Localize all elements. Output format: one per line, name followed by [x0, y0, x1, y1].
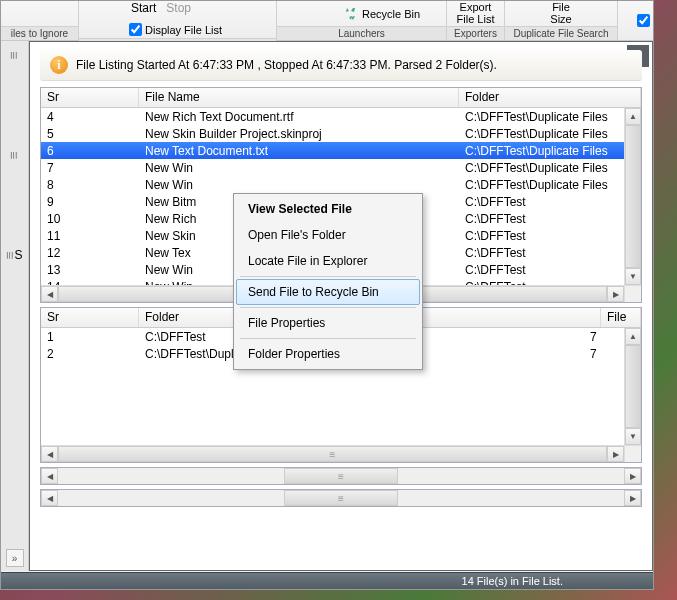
col-folder[interactable]: Folder [459, 88, 641, 107]
cell-sr: 1 [41, 330, 139, 344]
scroll-left-button[interactable]: ◀ [41, 468, 58, 484]
scroll-right-button[interactable]: ▶ [624, 468, 641, 484]
cell-filename: New Win [139, 178, 459, 192]
cm-view-selected-file[interactable]: View Selected File [236, 196, 420, 222]
horizontal-scrollbar[interactable]: ◀ ▶ [41, 468, 641, 484]
table-row[interactable]: 7New WinC:\DFFTest\Duplicate Files [41, 159, 624, 176]
recycle-bin-button[interactable]: Recycle Bin [341, 6, 422, 22]
export-label-2: File List [457, 13, 495, 25]
col-filename[interactable]: File Name [139, 88, 459, 107]
ribbon-group-dup: Duplicate File Search [505, 26, 617, 40]
cell-sr: 14 [41, 280, 139, 286]
col-file[interactable]: File [601, 308, 641, 327]
horizontal-scrollbar[interactable]: ◀ ▶ [41, 445, 641, 462]
scroll-left-button[interactable]: ◀ [41, 490, 58, 506]
vertical-scrollbar[interactable]: ▲ ▼ [624, 328, 641, 445]
display-file-list-checkbox[interactable]: Display File List [85, 21, 222, 38]
cell-folder: C:\DFFTest [459, 195, 624, 209]
main-panel: ✕ i File Listing Started At 6:47:33 PM ,… [29, 41, 653, 571]
recycle-icon [343, 6, 359, 22]
cell-filecount: 7 [584, 347, 624, 361]
cell-folder: C:\DFFTest [459, 280, 624, 286]
cell-sr: 2 [41, 347, 139, 361]
scroll-right-button[interactable]: ▶ [607, 446, 624, 462]
cm-open-files-folder[interactable]: Open File's Folder [236, 222, 420, 248]
trailing-checkbox-input[interactable] [637, 14, 650, 27]
horizontal-scrollbar[interactable]: ◀ ▶ [41, 490, 641, 506]
cell-filename: New Skin Builder Project.skinproj [139, 127, 459, 141]
info-bar: i File Listing Started At 6:47:33 PM , S… [40, 50, 642, 81]
scroll-thumb[interactable] [625, 125, 641, 268]
scroll-thumb[interactable] [58, 446, 607, 462]
scroll-up-button[interactable]: ▲ [625, 108, 641, 125]
cell-sr: 6 [41, 144, 139, 158]
cm-file-properties[interactable]: File Properties [236, 310, 420, 336]
table-row[interactable]: 5New Skin Builder Project.skinprojC:\DFF… [41, 125, 624, 142]
vertical-scrollbar[interactable]: ▲ ▼ [624, 108, 641, 285]
scroll-left-button[interactable]: ◀ [41, 446, 58, 462]
cell-sr: 8 [41, 178, 139, 192]
start-button[interactable]: Start [131, 1, 156, 15]
cell-sr: 12 [41, 246, 139, 260]
cell-filename: New Text Document.txt [139, 144, 459, 158]
cell-folder: C:\DFFTest\Duplicate Files [459, 144, 624, 158]
status-text: 14 File(s) in File List. [462, 575, 563, 587]
cell-filename: New Rich Text Document.rtf [139, 110, 459, 124]
file-size-label-2: Size [550, 13, 571, 25]
cm-separator [240, 307, 416, 308]
scroll-thumb[interactable] [625, 345, 641, 428]
ribbon-group-ignore: iles to Ignore [1, 26, 78, 40]
scroll-thumb[interactable] [284, 468, 397, 484]
display-file-list-label: Display File List [145, 24, 222, 36]
aux-grid-1: ◀ ▶ [40, 467, 642, 485]
scroll-right-button[interactable]: ▶ [607, 286, 624, 302]
export-file-list-button[interactable]: Export File List [455, 1, 497, 25]
cell-folder: C:\DFFTest [459, 212, 624, 226]
cm-locate-in-explorer[interactable]: Locate File in Explorer [236, 248, 420, 274]
file-size-button[interactable]: File Size [548, 1, 573, 25]
file-size-label-1: File [552, 1, 570, 13]
stop-button[interactable]: Stop [166, 1, 191, 15]
dock-handle-icon[interactable] [8, 145, 22, 165]
cell-folder: C:\DFFTest\Duplicate Files [459, 161, 624, 175]
ribbon-group-launchers: Launchers [277, 26, 446, 40]
status-bar: 14 File(s) in File List. [1, 572, 653, 589]
scroll-up-button[interactable]: ▲ [625, 328, 641, 345]
cell-sr: 13 [41, 263, 139, 277]
col-sr[interactable]: Sr [41, 308, 139, 327]
scroll-left-button[interactable]: ◀ [41, 286, 58, 302]
expand-chevron-icon[interactable]: » [6, 549, 24, 567]
cell-sr: 4 [41, 110, 139, 124]
cm-separator [240, 338, 416, 339]
display-file-list-checkbox-input[interactable] [129, 23, 142, 36]
table-row[interactable]: 4New Rich Text Document.rtfC:\DFFTest\Du… [41, 108, 624, 125]
cell-filename: New Win [139, 161, 459, 175]
scroll-thumb[interactable] [284, 490, 397, 506]
cm-send-to-recycle-bin[interactable]: Send File to Recycle Bin [236, 279, 420, 305]
cell-sr: 10 [41, 212, 139, 226]
ribbon-toolbar: iles to Ignore Start Stop Display File L… [1, 1, 653, 41]
ribbon-group-exporters: Exporters [447, 26, 504, 40]
scroll-right-button[interactable]: ▶ [624, 490, 641, 506]
info-bar-text: File Listing Started At 6:47:33 PM , Sto… [76, 58, 497, 72]
info-icon: i [50, 56, 68, 74]
scroll-down-button[interactable]: ▼ [625, 428, 641, 445]
cell-sr: 11 [41, 229, 139, 243]
table-row[interactable]: 8New WinC:\DFFTest\Duplicate Files [41, 176, 624, 193]
dock-handle-icon[interactable] [8, 45, 22, 65]
trailing-checkbox[interactable] [637, 12, 650, 29]
col-sr[interactable]: Sr [41, 88, 139, 107]
export-label-1: Export [460, 1, 492, 13]
cell-sr: 5 [41, 127, 139, 141]
table-row[interactable]: 6New Text Document.txtC:\DFFTest\Duplica… [41, 142, 624, 159]
left-dock-handles: S » [1, 41, 29, 571]
dock-handle-label-s[interactable]: S [8, 245, 22, 265]
cell-folder: C:\DFFTest [459, 229, 624, 243]
scroll-down-button[interactable]: ▼ [625, 268, 641, 285]
cell-sr: 9 [41, 195, 139, 209]
file-list-header: Sr File Name Folder [41, 88, 641, 108]
recycle-bin-label: Recycle Bin [362, 8, 420, 20]
cell-folder: C:\DFFTest\Duplicate Files [459, 127, 624, 141]
aux-grid-2: ◀ ▶ [40, 489, 642, 507]
cm-folder-properties[interactable]: Folder Properties [236, 341, 420, 367]
